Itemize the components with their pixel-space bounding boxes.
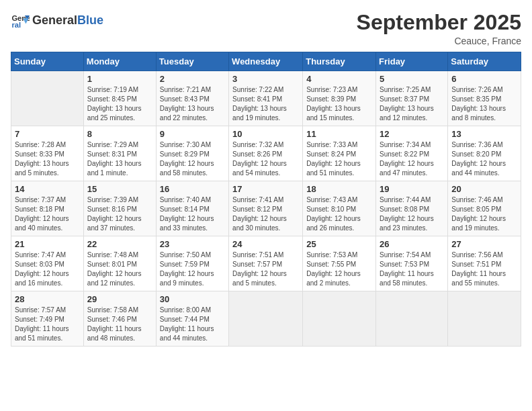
day-number: 27 <box>451 239 517 249</box>
logo-general: General <box>32 13 77 27</box>
calendar-cell <box>229 291 303 347</box>
day-number: 5 <box>380 74 444 84</box>
calendar-cell: 17Sunrise: 7:41 AM Sunset: 8:12 PM Dayli… <box>229 181 303 236</box>
calendar-cell: 24Sunrise: 7:51 AM Sunset: 7:57 PM Dayli… <box>229 236 303 291</box>
calendar-cell: 8Sunrise: 7:29 AM Sunset: 8:31 PM Daylig… <box>83 126 156 181</box>
day-info: Sunrise: 7:19 AM Sunset: 8:45 PM Dayligh… <box>87 85 152 123</box>
day-number: 30 <box>160 294 225 304</box>
day-info: Sunrise: 7:58 AM Sunset: 7:46 PM Dayligh… <box>87 306 152 343</box>
day-number: 23 <box>160 239 225 249</box>
day-info: Sunrise: 7:23 AM Sunset: 8:39 PM Dayligh… <box>306 85 372 123</box>
header-friday: Friday <box>376 52 448 71</box>
day-number: 15 <box>87 184 152 194</box>
calendar-cell: 14Sunrise: 7:37 AM Sunset: 8:18 PM Dayli… <box>11 181 84 236</box>
day-info: Sunrise: 7:44 AM Sunset: 8:08 PM Dayligh… <box>380 195 444 233</box>
calendar-cell: 19Sunrise: 7:44 AM Sunset: 8:08 PM Dayli… <box>376 181 448 236</box>
day-info: Sunrise: 7:39 AM Sunset: 8:16 PM Dayligh… <box>87 195 152 233</box>
day-info: Sunrise: 7:32 AM Sunset: 8:26 PM Dayligh… <box>232 140 299 178</box>
calendar-week-5: 28Sunrise: 7:57 AM Sunset: 7:49 PM Dayli… <box>11 291 521 347</box>
calendar-cell: 21Sunrise: 7:47 AM Sunset: 8:03 PM Dayli… <box>11 236 84 291</box>
calendar-cell <box>11 71 84 126</box>
calendar-cell: 29Sunrise: 7:58 AM Sunset: 7:46 PM Dayli… <box>83 291 156 347</box>
header-sunday: Sunday <box>11 52 84 71</box>
day-info: Sunrise: 7:21 AM Sunset: 8:43 PM Dayligh… <box>160 85 225 123</box>
calendar-cell: 15Sunrise: 7:39 AM Sunset: 8:16 PM Dayli… <box>83 181 156 236</box>
day-number: 25 <box>306 239 372 249</box>
calendar-cell: 5Sunrise: 7:25 AM Sunset: 8:37 PM Daylig… <box>376 71 448 126</box>
day-info: Sunrise: 7:26 AM Sunset: 8:35 PM Dayligh… <box>451 85 517 123</box>
header-thursday: Thursday <box>303 52 376 71</box>
day-number: 18 <box>306 184 372 194</box>
calendar-cell: 26Sunrise: 7:54 AM Sunset: 7:53 PM Dayli… <box>376 236 448 291</box>
day-number: 28 <box>15 294 80 304</box>
calendar-cell: 3Sunrise: 7:22 AM Sunset: 8:41 PM Daylig… <box>229 71 303 126</box>
calendar-cell: 9Sunrise: 7:30 AM Sunset: 8:29 PM Daylig… <box>156 126 228 181</box>
calendar-cell: 27Sunrise: 7:56 AM Sunset: 7:51 PM Dayli… <box>448 236 521 291</box>
day-info: Sunrise: 7:22 AM Sunset: 8:41 PM Dayligh… <box>232 85 299 123</box>
calendar-cell: 1Sunrise: 7:19 AM Sunset: 8:45 PM Daylig… <box>83 71 156 126</box>
calendar-header-row: SundayMondayTuesdayWednesdayThursdayFrid… <box>11 52 521 71</box>
calendar-table: SundayMondayTuesdayWednesdayThursdayFrid… <box>11 52 521 347</box>
day-info: Sunrise: 7:51 AM Sunset: 7:57 PM Dayligh… <box>232 250 299 288</box>
day-number: 2 <box>160 74 225 84</box>
day-info: Sunrise: 7:50 AM Sunset: 7:59 PM Dayligh… <box>160 250 225 288</box>
logo-icon: Gene ral <box>11 11 30 30</box>
day-number: 14 <box>15 184 80 194</box>
day-info: Sunrise: 7:57 AM Sunset: 7:49 PM Dayligh… <box>15 306 80 343</box>
day-info: Sunrise: 7:30 AM Sunset: 8:29 PM Dayligh… <box>160 140 225 178</box>
day-info: Sunrise: 7:34 AM Sunset: 8:22 PM Dayligh… <box>380 140 444 178</box>
calendar-cell: 11Sunrise: 7:33 AM Sunset: 8:24 PM Dayli… <box>303 126 376 181</box>
logo-blue: Blue <box>77 13 103 27</box>
day-number: 29 <box>87 294 152 304</box>
calendar-cell: 6Sunrise: 7:26 AM Sunset: 8:35 PM Daylig… <box>448 71 521 126</box>
page-title: September 2025 <box>357 11 521 34</box>
day-number: 8 <box>87 129 152 139</box>
day-number: 9 <box>160 129 225 139</box>
day-number: 16 <box>160 184 225 194</box>
calendar-cell: 22Sunrise: 7:48 AM Sunset: 8:01 PM Dayli… <box>83 236 156 291</box>
header-tuesday: Tuesday <box>156 52 228 71</box>
calendar-week-1: 1Sunrise: 7:19 AM Sunset: 8:45 PM Daylig… <box>11 71 521 126</box>
calendar-cell: 18Sunrise: 7:43 AM Sunset: 8:10 PM Dayli… <box>303 181 376 236</box>
day-info: Sunrise: 7:29 AM Sunset: 8:31 PM Dayligh… <box>87 140 152 178</box>
day-number: 20 <box>451 184 517 194</box>
logo: Gene ral GeneralBlue <box>11 11 103 30</box>
day-info: Sunrise: 7:40 AM Sunset: 8:14 PM Dayligh… <box>160 195 225 233</box>
day-info: Sunrise: 7:56 AM Sunset: 7:51 PM Dayligh… <box>451 250 517 288</box>
day-number: 7 <box>15 129 80 139</box>
day-info: Sunrise: 7:37 AM Sunset: 8:18 PM Dayligh… <box>15 195 80 233</box>
day-number: 11 <box>306 129 372 139</box>
calendar-week-2: 7Sunrise: 7:28 AM Sunset: 8:33 PM Daylig… <box>11 126 521 181</box>
page-subtitle: Ceauce, France <box>357 36 521 46</box>
calendar-cell: 30Sunrise: 8:00 AM Sunset: 7:44 PM Dayli… <box>156 291 228 347</box>
day-info: Sunrise: 7:46 AM Sunset: 8:05 PM Dayligh… <box>451 195 517 233</box>
calendar-cell: 12Sunrise: 7:34 AM Sunset: 8:22 PM Dayli… <box>376 126 448 181</box>
calendar-cell: 28Sunrise: 7:57 AM Sunset: 7:49 PM Dayli… <box>11 291 84 347</box>
calendar-cell: 25Sunrise: 7:53 AM Sunset: 7:55 PM Dayli… <box>303 236 376 291</box>
header-monday: Monday <box>83 52 156 71</box>
calendar-cell: 23Sunrise: 7:50 AM Sunset: 7:59 PM Dayli… <box>156 236 228 291</box>
day-info: Sunrise: 8:00 AM Sunset: 7:44 PM Dayligh… <box>160 306 225 343</box>
day-number: 22 <box>87 239 152 249</box>
day-info: Sunrise: 7:53 AM Sunset: 7:55 PM Dayligh… <box>306 250 372 288</box>
day-number: 19 <box>380 184 444 194</box>
calendar-cell: 13Sunrise: 7:36 AM Sunset: 8:20 PM Dayli… <box>448 126 521 181</box>
calendar-cell <box>303 291 376 347</box>
day-info: Sunrise: 7:54 AM Sunset: 7:53 PM Dayligh… <box>380 250 444 288</box>
day-number: 6 <box>451 74 517 84</box>
day-info: Sunrise: 7:41 AM Sunset: 8:12 PM Dayligh… <box>232 195 299 233</box>
calendar-cell: 10Sunrise: 7:32 AM Sunset: 8:26 PM Dayli… <box>229 126 303 181</box>
calendar-cell: 20Sunrise: 7:46 AM Sunset: 8:05 PM Dayli… <box>448 181 521 236</box>
day-number: 3 <box>232 74 299 84</box>
day-info: Sunrise: 7:36 AM Sunset: 8:20 PM Dayligh… <box>451 140 517 178</box>
calendar-cell: 16Sunrise: 7:40 AM Sunset: 8:14 PM Dayli… <box>156 181 228 236</box>
calendar-cell <box>376 291 448 347</box>
title-block: September 2025 Ceauce, France <box>357 11 521 46</box>
calendar-cell <box>448 291 521 347</box>
calendar-cell: 7Sunrise: 7:28 AM Sunset: 8:33 PM Daylig… <box>11 126 84 181</box>
day-info: Sunrise: 7:28 AM Sunset: 8:33 PM Dayligh… <box>15 140 80 178</box>
day-number: 21 <box>15 239 80 249</box>
page-header: Gene ral GeneralBlue September 2025 Ceau… <box>11 11 521 46</box>
day-info: Sunrise: 7:25 AM Sunset: 8:37 PM Dayligh… <box>380 85 444 123</box>
calendar-week-3: 14Sunrise: 7:37 AM Sunset: 8:18 PM Dayli… <box>11 181 521 236</box>
